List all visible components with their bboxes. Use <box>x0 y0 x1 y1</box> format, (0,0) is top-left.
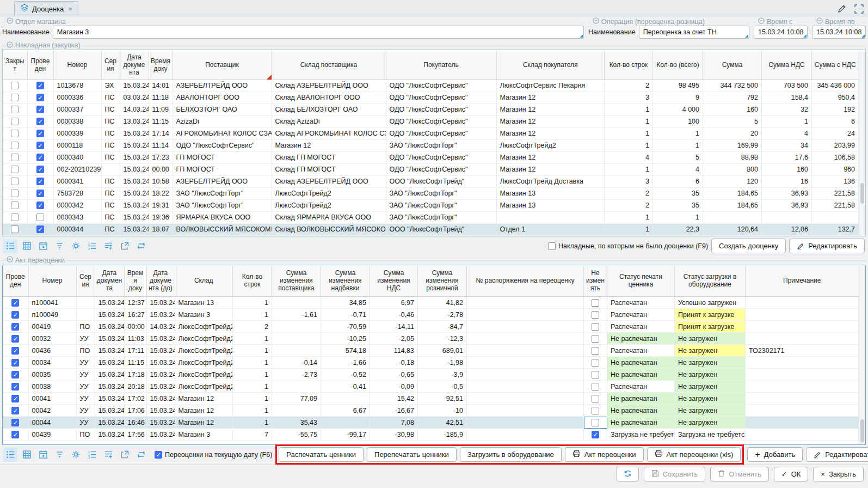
load-status-cell[interactable]: Загрузка не требуется <box>675 429 746 441</box>
sum-with-vat-cell[interactable]: 6 <box>812 115 859 127</box>
no-change-checkbox-cell[interactable] <box>584 321 607 333</box>
closed-checkbox[interactable] <box>11 225 19 233</box>
view-list-icon[interactable] <box>3 448 17 462</box>
sum-cell[interactable]: 160 <box>703 103 762 115</box>
doc-time-cell[interactable]: 11:03 <box>124 333 146 345</box>
doc-time-cell[interactable]: 17:11 <box>124 345 146 357</box>
doc-date-cell[interactable]: 15.03.24 <box>95 381 124 393</box>
closed-checkbox-cell[interactable] <box>3 115 27 127</box>
posted-checkbox-cell[interactable] <box>3 309 28 321</box>
series-cell[interactable]: ПС <box>101 187 120 199</box>
sum-with-vat-cell[interactable]: 132,7 <box>812 223 859 235</box>
invoices-without-markup-checkbox[interactable]: Накладные, по которым не было дооценки (… <box>548 242 708 250</box>
sum-cell[interactable]: 344 732 500 <box>703 80 762 91</box>
load-status-cell[interactable]: Успешно загружен <box>675 297 746 309</box>
number-cell[interactable]: 00419 <box>28 321 76 333</box>
sum-change-markup-cell[interactable]: -0,52 <box>321 369 370 381</box>
act-row[interactable]: 00439ПО15.03.2417:5615.03.24Магазин 37-5… <box>3 429 859 441</box>
invoice-row[interactable]: 0000338ПС13.03.2411:15AzizaDiСклад Aziza… <box>3 115 859 127</box>
buyer-cell[interactable]: ОДО "ЛюксСофтСервис" <box>386 80 496 91</box>
doc-time-cell[interactable]: 17:23 <box>149 151 173 163</box>
line-count-cell[interactable]: 2 <box>605 199 653 211</box>
sum-vat-cell[interactable]: 34 <box>762 139 812 151</box>
doc-date-to-cell[interactable]: 15.03.24 <box>146 333 175 345</box>
no-change-checkbox[interactable] <box>592 323 599 331</box>
doc-date-cell[interactable]: 15.03.24 <box>120 187 149 199</box>
qty-total-cell[interactable]: 4 000 <box>653 103 703 115</box>
closed-checkbox[interactable] <box>11 82 19 89</box>
doc-time-cell[interactable]: 19:31 <box>149 199 173 211</box>
series-cell[interactable]: ПС <box>101 115 120 127</box>
series-cell[interactable]: ПС <box>101 151 120 163</box>
supplier-cell[interactable]: АЗЕРБЕЛТРЕЙД ООО <box>173 175 272 187</box>
line-count-cell[interactable]: 1 <box>605 223 653 235</box>
doc-time-cell[interactable]: 14:01 <box>149 80 173 91</box>
buyer-warehouse-cell[interactable]: ЛюксСофтТрейд2 <box>496 139 605 151</box>
closed-checkbox[interactable] <box>11 118 19 125</box>
sum-with-vat-cell[interactable]: 950,4 <box>812 91 859 103</box>
sum-change-markup-cell[interactable]: -10,25 <box>321 333 370 345</box>
checkbox-box[interactable] <box>155 451 162 459</box>
invoice-vertical-scrollbar[interactable] <box>859 50 865 236</box>
posted-checkbox-cell[interactable] <box>27 187 53 199</box>
posted-checkbox[interactable] <box>36 142 44 149</box>
warehouse-cell[interactable]: ЛюксСофтТрейд2 <box>175 345 233 357</box>
buyer-warehouse-cell[interactable]: Магазин 12 <box>496 91 605 103</box>
number-cell[interactable]: 00035 <box>28 369 76 381</box>
col-qty-total[interactable]: Кол-во (всего) <box>653 50 703 80</box>
number-cell[interactable]: 00032 <box>28 333 76 345</box>
no-change-checkbox-cell[interactable] <box>584 393 607 405</box>
posted-checkbox[interactable] <box>11 359 19 367</box>
line-count-cell[interactable]: 4 <box>605 151 653 163</box>
series-cell[interactable]: ПС <box>101 103 120 115</box>
invoice-row[interactable]: 0000341ПС15.03.2410:58АЗЕРБЕЛТРЕЙД ОООСк… <box>3 175 859 187</box>
buyer-warehouse-cell[interactable]: ЛюксСофтСервис Пекарня <box>496 80 605 91</box>
buyer-warehouse-cell[interactable]: ЛюксСофтТрейд Доставка <box>496 175 605 187</box>
supplier-cell[interactable]: АГРОКОМБИНАТ КОЛОС СЗАО <box>173 127 272 139</box>
revaluation-order-no-cell[interactable] <box>467 297 584 309</box>
col-sum-change-vat[interactable]: Сумма изменения НДС <box>370 265 418 297</box>
no-change-checkbox-cell[interactable] <box>584 417 607 429</box>
supplier-warehouse-cell[interactable]: Склад АЗЕРБЕЛТРЕЙД ООО <box>272 80 386 91</box>
revaluation-order-no-cell[interactable] <box>467 309 584 321</box>
supplier-warehouse-cell[interactable]: Склад ГП МОГОСТ <box>272 163 386 175</box>
print-status-cell[interactable]: Распечатан <box>607 321 675 333</box>
invoice-row[interactable]: 1013678ЭХ15.03.2414:01АЗЕРБЕЛТРЕЙД ОООСк… <box>3 80 859 91</box>
line-count-cell[interactable]: 2 <box>605 80 653 91</box>
doc-time-cell[interactable]: 00:00 <box>124 321 146 333</box>
note-cell[interactable] <box>746 381 859 393</box>
warehouse-cell[interactable]: ЛюксСофтТрейд2 <box>175 357 233 369</box>
doc-date-cell[interactable]: 15.03.24 <box>95 405 124 417</box>
qty-total-cell[interactable]: 35 <box>653 187 703 199</box>
col-no-change[interactable]: Не изменять <box>584 265 607 297</box>
series-cell[interactable]: ПС <box>101 199 120 211</box>
export-icon[interactable] <box>118 448 132 462</box>
line-count-cell[interactable]: 1 <box>233 369 272 381</box>
load-status-cell[interactable]: Не загружен <box>675 345 746 357</box>
print-status-cell[interactable]: Распечатан <box>607 381 675 393</box>
doc-date-to-cell[interactable]: 15.03.24 <box>146 393 175 405</box>
refresh-button[interactable] <box>617 467 639 481</box>
posted-checkbox[interactable] <box>36 118 44 125</box>
series-cell[interactable]: ПО <box>76 429 95 441</box>
note-cell[interactable] <box>746 405 859 417</box>
doc-time-cell[interactable]: 16:46 <box>124 417 146 429</box>
edit-invoice-button[interactable]: Редактировать <box>789 239 865 253</box>
closed-checkbox[interactable] <box>11 154 19 161</box>
sum-cell[interactable]: 792 <box>703 91 762 103</box>
print-status-cell[interactable]: Не распечатан <box>607 393 675 405</box>
number-cell[interactable]: п100049 <box>28 309 76 321</box>
sum-vat-cell[interactable]: 36,93 <box>762 199 812 211</box>
act-row[interactable]: п10004915.03.2416:2715.03.24Магазин 31-1… <box>3 309 859 321</box>
col-doc-time[interactable]: Время доку <box>124 265 146 297</box>
sum-change-retail-cell[interactable]: -0,5 <box>418 381 467 393</box>
doc-date-to-cell[interactable]: 15.03.24 <box>146 405 175 417</box>
col-supplier[interactable]: Поставщик <box>173 50 272 80</box>
sum-change-supplier-cell[interactable]: -55,75 <box>272 429 321 441</box>
col-sum-vat[interactable]: Сумма НДС <box>762 50 812 80</box>
view-list-icon[interactable] <box>3 239 17 253</box>
view-grid-icon[interactable] <box>20 448 34 462</box>
buyer-cell[interactable]: ЗАО "ЛюксСофтТорг" <box>386 211 496 223</box>
number-cell[interactable]: 00038 <box>28 381 76 393</box>
posted-checkbox-cell[interactable] <box>3 321 28 333</box>
